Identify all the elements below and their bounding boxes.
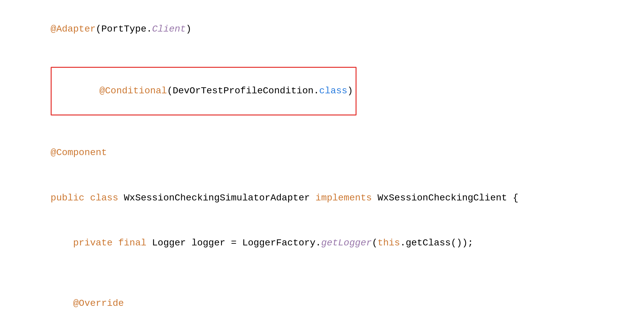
code-line-7: @Override [17, 281, 634, 326]
highlighted-annotation: @Conditional(DevOrTestProfileCondition.c… [51, 67, 357, 115]
annotation-component: @Component [51, 147, 107, 158]
code-line-3: @Component [17, 130, 634, 175]
code-line-8: public void code2session(String code, Wx… [17, 326, 634, 329]
code-line-4: public class WxSessionCheckingSimulatorA… [17, 176, 634, 221]
keyword-client: Client [152, 24, 186, 34]
code-line-2: @Conditional(DevOrTestProfileCondition.c… [17, 52, 634, 130]
code-line-5: private final Logger logger = LoggerFact… [17, 221, 634, 266]
code-line-1: @Adapter(PortType.Client) [17, 7, 634, 52]
code-editor: @Adapter(PortType.Client) @Conditional(D… [10, 7, 634, 329]
code-line-6 [17, 266, 634, 281]
annotation-override: @Override [73, 298, 124, 309]
annotation-adapter: @Adapter [51, 24, 96, 34]
